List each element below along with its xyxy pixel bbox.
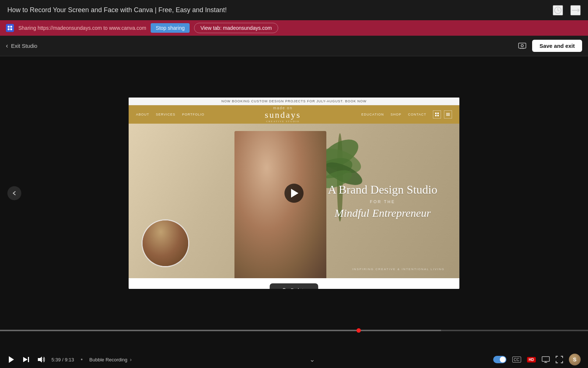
nav-grid-icon	[433, 110, 441, 118]
browser-title-bar: How to Record Your Screen and Face with …	[0, 0, 588, 20]
site-nav-left: ABOUT SERVICES PORTFOLIO	[136, 113, 204, 116]
recording-label: Bubble Recording ›	[89, 357, 132, 362]
stop-sharing-button[interactable]: Stop sharing	[151, 23, 190, 33]
svg-rect-4	[10, 28, 12, 30]
exit-studio-button[interactable]: ‹ Exit Studio	[6, 42, 37, 50]
site-logo: made on sundays CREATIVE STUDIO	[204, 106, 361, 123]
volume-button[interactable]	[37, 355, 45, 364]
svg-rect-22	[28, 357, 29, 362]
prev-slide-button[interactable]	[7, 186, 21, 200]
hero-text-block: A Brand Design Studio FOR THE Mindful En…	[328, 182, 437, 219]
cc-button[interactable]: CC	[512, 357, 521, 362]
progress-thumb[interactable]	[356, 328, 361, 333]
hd-badge: HD	[527, 357, 536, 362]
controls-left: 5:39 / 9:13 • Bubble Recording ›	[7, 355, 132, 364]
studio-toolbar: ‹ Exit Studio Save and exit	[0, 36, 588, 56]
hero-subtitle: Mindful Entrepreneur	[328, 207, 437, 219]
nav-shop[interactable]: SHOP	[391, 113, 402, 116]
recording-chevron: ›	[130, 357, 132, 362]
svg-point-6	[521, 45, 523, 47]
cast-button[interactable]	[542, 356, 550, 363]
progress-section[interactable]	[0, 330, 588, 351]
svg-rect-12	[446, 114, 450, 115]
skip-button[interactable]	[22, 355, 30, 364]
play-button-overlay[interactable]	[284, 184, 304, 203]
svg-rect-9	[435, 115, 437, 116]
delete-icon: 🗑	[282, 287, 287, 289]
svg-rect-5	[519, 43, 526, 48]
toggle-area[interactable]	[493, 356, 506, 363]
time-display: 5:39 / 9:13	[51, 357, 74, 362]
website-preview: NOW BOOKING CUSTOM DESIGN PROJECTS FOR J…	[129, 98, 459, 289]
toolbar-right: Save and exit	[517, 40, 582, 52]
svg-rect-8	[437, 113, 439, 114]
svg-rect-7	[435, 113, 437, 114]
site-announcement: NOW BOOKING CUSTOM DESIGN PROJECTS FOR J…	[129, 98, 459, 105]
delete-label: Delete	[291, 287, 306, 289]
view-tab-button[interactable]: View tab: madeonsundays.com	[194, 23, 278, 33]
cc-icon: CC	[512, 357, 521, 362]
site-nav: ABOUT SERVICES PORTFOLIO made on sundays…	[129, 105, 459, 124]
svg-rect-13	[446, 115, 450, 116]
browser-icons	[553, 5, 581, 15]
page-title: How to Record Your Screen and Face with …	[7, 6, 227, 14]
svg-rect-11	[446, 113, 450, 114]
nav-education[interactable]: EDUCATION	[361, 113, 384, 116]
nav-portfolio[interactable]: PORTFOLIO	[182, 113, 204, 116]
sharing-bar: Sharing https://madeonsundays.com to www…	[0, 20, 588, 36]
controls-right: CC HD S	[493, 354, 581, 365]
autoplay-toggle[interactable]	[493, 356, 506, 363]
hero-title: A Brand Design Studio	[328, 182, 437, 196]
quality-button[interactable]: HD	[527, 357, 536, 362]
user-avatar: S	[569, 354, 581, 365]
history-icon[interactable]	[553, 5, 563, 15]
hero-for-the: FOR THE	[328, 199, 437, 204]
progress-track[interactable]	[0, 330, 588, 331]
site-nav-right: EDUCATION SHOP CONTACT	[361, 110, 452, 118]
nav-contact[interactable]: CONTACT	[408, 113, 426, 116]
svg-rect-1	[8, 26, 10, 28]
back-arrow-icon: ‹	[6, 42, 8, 50]
sharing-bar-text: Sharing https://madeonsundays.com to www…	[18, 25, 146, 31]
hero-person-large	[234, 131, 326, 278]
share-icon[interactable]	[570, 5, 581, 15]
webcam-overlay	[141, 219, 189, 267]
svg-rect-2	[10, 26, 12, 28]
svg-marker-21	[23, 357, 28, 362]
nav-list-icon	[444, 110, 452, 118]
svg-rect-10	[437, 115, 439, 116]
site-hero: A Brand Design Studio FOR THE Mindful En…	[129, 124, 459, 278]
toggle-knob	[500, 357, 506, 362]
svg-marker-23	[38, 357, 42, 362]
buffer-fill	[0, 330, 441, 331]
slide-canvas: NOW BOOKING CUSTOM DESIGN PROJECTS FOR J…	[129, 98, 459, 289]
hero-tagline: INSPIRING CREATIVE & INTENTIONAL LIVING	[352, 268, 445, 271]
delete-bar[interactable]: 🗑 Delete	[270, 283, 318, 289]
svg-rect-24	[542, 357, 549, 361]
fullscreen-button[interactable]	[556, 356, 563, 363]
chevron-down-icon: ⌄	[309, 355, 315, 364]
svg-rect-3	[8, 28, 10, 30]
settings-icon-button[interactable]	[517, 41, 527, 51]
bottom-controls: 5:39 / 9:13 • Bubble Recording › ⌄ CC HD	[0, 351, 588, 368]
exit-studio-label: Exit Studio	[11, 43, 37, 49]
nav-about[interactable]: ABOUT	[136, 113, 149, 116]
svg-marker-20	[9, 356, 14, 363]
main-content-area: NOW BOOKING CUSTOM DESIGN PROJECTS FOR J…	[0, 56, 588, 330]
site-nav-icons	[433, 110, 452, 118]
separator: •	[80, 356, 83, 363]
play-triangle-icon	[291, 189, 298, 198]
nav-services[interactable]: SERVICES	[156, 113, 175, 116]
play-pause-button[interactable]	[7, 355, 15, 364]
site-logo-area: made on sundays CREATIVE STUDIO	[204, 106, 361, 123]
chapter-chevron[interactable]: ⌄	[309, 355, 315, 364]
sharing-browser-icon	[6, 24, 14, 32]
save-exit-button[interactable]: Save and exit	[532, 40, 582, 52]
